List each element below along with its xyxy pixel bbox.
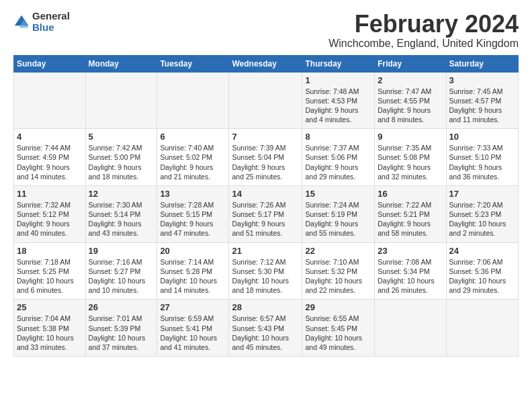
day-info: Sunrise: 7:22 AM Sunset: 5:21 PM Dayligh… bbox=[378, 201, 431, 238]
day-number: 2 bbox=[378, 75, 443, 85]
day-number: 1 bbox=[305, 75, 371, 85]
day-info: Sunrise: 6:55 AM Sunset: 5:45 PM Dayligh… bbox=[305, 314, 362, 351]
day-info: Sunrise: 7:01 AM Sunset: 5:39 PM Dayligh… bbox=[89, 314, 146, 351]
day-info: Sunrise: 7:28 AM Sunset: 5:15 PM Dayligh… bbox=[160, 201, 214, 238]
week-row-0: 1Sunrise: 7:48 AM Sunset: 4:53 PM Daylig… bbox=[14, 72, 519, 129]
calendar-body: 1Sunrise: 7:48 AM Sunset: 4:53 PM Daylig… bbox=[14, 72, 519, 356]
header-tuesday: Tuesday bbox=[157, 55, 229, 72]
calendar-cell bbox=[85, 72, 157, 129]
logo-icon bbox=[13, 14, 30, 30]
week-row-2: 11Sunrise: 7:32 AM Sunset: 5:12 PM Dayli… bbox=[14, 185, 519, 242]
calendar-cell: 24Sunrise: 7:06 AM Sunset: 5:36 PM Dayli… bbox=[446, 242, 518, 300]
calendar-cell bbox=[229, 72, 302, 129]
calendar-cell: 3Sunrise: 7:45 AM Sunset: 4:57 PM Daylig… bbox=[446, 72, 518, 129]
day-info: Sunrise: 7:40 AM Sunset: 5:02 PM Dayligh… bbox=[160, 144, 214, 181]
day-number: 26 bbox=[89, 302, 154, 312]
day-number: 24 bbox=[449, 246, 515, 256]
calendar-cell: 7Sunrise: 7:39 AM Sunset: 5:04 PM Daylig… bbox=[229, 129, 302, 186]
day-info: Sunrise: 7:42 AM Sunset: 5:00 PM Dayligh… bbox=[89, 144, 142, 181]
calendar-cell: 13Sunrise: 7:28 AM Sunset: 5:15 PM Dayli… bbox=[157, 185, 229, 242]
calendar-cell: 17Sunrise: 7:20 AM Sunset: 5:23 PM Dayli… bbox=[446, 185, 518, 242]
page-subtitle: Winchcombe, England, United Kingdom bbox=[328, 38, 519, 50]
day-info: Sunrise: 7:35 AM Sunset: 5:08 PM Dayligh… bbox=[378, 144, 431, 181]
header-sunday: Sunday bbox=[14, 55, 86, 72]
day-number: 7 bbox=[232, 132, 299, 142]
calendar-cell: 11Sunrise: 7:32 AM Sunset: 5:12 PM Dayli… bbox=[14, 185, 86, 242]
day-info: Sunrise: 7:20 AM Sunset: 5:23 PM Dayligh… bbox=[449, 201, 506, 238]
calendar-cell: 2Sunrise: 7:47 AM Sunset: 4:55 PM Daylig… bbox=[375, 72, 446, 129]
calendar-cell bbox=[14, 72, 86, 129]
day-number: 29 bbox=[305, 302, 371, 312]
day-info: Sunrise: 7:24 AM Sunset: 5:19 PM Dayligh… bbox=[305, 201, 359, 238]
day-number: 13 bbox=[160, 189, 226, 199]
day-number: 23 bbox=[378, 246, 443, 256]
day-info: Sunrise: 7:48 AM Sunset: 4:53 PM Dayligh… bbox=[305, 87, 359, 124]
week-row-3: 18Sunrise: 7:18 AM Sunset: 5:25 PM Dayli… bbox=[14, 242, 519, 300]
day-number: 3 bbox=[449, 75, 515, 85]
calendar-cell: 28Sunrise: 6:57 AM Sunset: 5:43 PM Dayli… bbox=[229, 300, 302, 357]
week-row-1: 4Sunrise: 7:44 AM Sunset: 4:59 PM Daylig… bbox=[14, 129, 519, 186]
day-number: 11 bbox=[17, 189, 83, 199]
day-info: Sunrise: 7:10 AM Sunset: 5:32 PM Dayligh… bbox=[305, 258, 362, 295]
calendar-header: SundayMondayTuesdayWednesdayThursdayFrid… bbox=[14, 55, 519, 72]
day-info: Sunrise: 7:08 AM Sunset: 5:34 PM Dayligh… bbox=[378, 258, 435, 295]
calendar-cell: 26Sunrise: 7:01 AM Sunset: 5:39 PM Dayli… bbox=[85, 300, 157, 357]
calendar-cell bbox=[446, 300, 518, 357]
calendar-cell: 25Sunrise: 7:04 AM Sunset: 5:38 PM Dayli… bbox=[14, 300, 86, 357]
calendar-cell: 20Sunrise: 7:14 AM Sunset: 5:28 PM Dayli… bbox=[157, 242, 229, 300]
day-number: 28 bbox=[232, 302, 299, 312]
day-number: 16 bbox=[378, 189, 443, 199]
header-monday: Monday bbox=[85, 55, 157, 72]
day-info: Sunrise: 7:44 AM Sunset: 4:59 PM Dayligh… bbox=[17, 144, 71, 181]
header-wednesday: Wednesday bbox=[229, 55, 302, 72]
calendar-cell bbox=[157, 72, 229, 129]
calendar-table: SundayMondayTuesdayWednesdayThursdayFrid… bbox=[13, 55, 519, 357]
day-info: Sunrise: 7:18 AM Sunset: 5:25 PM Dayligh… bbox=[17, 258, 74, 295]
calendar-cell: 27Sunrise: 6:59 AM Sunset: 5:41 PM Dayli… bbox=[157, 300, 229, 357]
day-info: Sunrise: 7:39 AM Sunset: 5:04 PM Dayligh… bbox=[232, 144, 285, 181]
day-number: 18 bbox=[17, 246, 83, 256]
day-info: Sunrise: 7:12 AM Sunset: 5:30 PM Dayligh… bbox=[232, 258, 289, 295]
calendar-cell bbox=[375, 300, 446, 357]
day-info: Sunrise: 7:04 AM Sunset: 5:38 PM Dayligh… bbox=[17, 314, 74, 351]
calendar-cell: 5Sunrise: 7:42 AM Sunset: 5:00 PM Daylig… bbox=[85, 129, 157, 186]
calendar-cell: 10Sunrise: 7:33 AM Sunset: 5:10 PM Dayli… bbox=[446, 129, 518, 186]
day-info: Sunrise: 7:45 AM Sunset: 4:57 PM Dayligh… bbox=[449, 87, 503, 124]
day-info: Sunrise: 7:30 AM Sunset: 5:14 PM Dayligh… bbox=[89, 201, 142, 238]
day-info: Sunrise: 7:16 AM Sunset: 5:27 PM Dayligh… bbox=[89, 258, 146, 295]
calendar-cell: 1Sunrise: 7:48 AM Sunset: 4:53 PM Daylig… bbox=[302, 72, 375, 129]
calendar-cell: 29Sunrise: 6:55 AM Sunset: 5:45 PM Dayli… bbox=[302, 300, 375, 357]
calendar-cell: 14Sunrise: 7:26 AM Sunset: 5:17 PM Dayli… bbox=[229, 185, 302, 242]
logo-general: General bbox=[32, 11, 70, 22]
calendar-cell: 9Sunrise: 7:35 AM Sunset: 5:08 PM Daylig… bbox=[375, 129, 446, 186]
calendar-cell: 12Sunrise: 7:30 AM Sunset: 5:14 PM Dayli… bbox=[85, 185, 157, 242]
day-info: Sunrise: 7:14 AM Sunset: 5:28 PM Dayligh… bbox=[160, 258, 217, 295]
calendar-cell: 4Sunrise: 7:44 AM Sunset: 4:59 PM Daylig… bbox=[14, 129, 86, 186]
day-number: 25 bbox=[17, 302, 83, 312]
day-info: Sunrise: 7:37 AM Sunset: 5:06 PM Dayligh… bbox=[305, 144, 359, 181]
week-row-4: 25Sunrise: 7:04 AM Sunset: 5:38 PM Dayli… bbox=[14, 300, 519, 357]
calendar-cell: 8Sunrise: 7:37 AM Sunset: 5:06 PM Daylig… bbox=[302, 129, 375, 186]
day-number: 14 bbox=[232, 189, 299, 199]
logo-text: General Blue bbox=[32, 11, 70, 33]
day-number: 19 bbox=[89, 246, 154, 256]
day-number: 4 bbox=[17, 132, 83, 142]
day-number: 10 bbox=[449, 132, 515, 142]
calendar-cell: 22Sunrise: 7:10 AM Sunset: 5:32 PM Dayli… bbox=[302, 242, 375, 300]
day-number: 5 bbox=[89, 132, 154, 142]
header-saturday: Saturday bbox=[446, 55, 518, 72]
header-row: SundayMondayTuesdayWednesdayThursdayFrid… bbox=[14, 55, 519, 72]
day-number: 20 bbox=[160, 246, 226, 256]
day-number: 9 bbox=[378, 132, 443, 142]
day-number: 15 bbox=[305, 189, 371, 199]
logo-blue: Blue bbox=[32, 22, 70, 34]
day-info: Sunrise: 7:47 AM Sunset: 4:55 PM Dayligh… bbox=[378, 87, 431, 124]
day-info: Sunrise: 7:06 AM Sunset: 5:36 PM Dayligh… bbox=[449, 258, 506, 295]
calendar-cell: 21Sunrise: 7:12 AM Sunset: 5:30 PM Dayli… bbox=[229, 242, 302, 300]
calendar-cell: 23Sunrise: 7:08 AM Sunset: 5:34 PM Dayli… bbox=[375, 242, 446, 300]
calendar-cell: 19Sunrise: 7:16 AM Sunset: 5:27 PM Dayli… bbox=[85, 242, 157, 300]
day-info: Sunrise: 6:59 AM Sunset: 5:41 PM Dayligh… bbox=[160, 314, 217, 351]
header-thursday: Thursday bbox=[302, 55, 375, 72]
day-number: 27 bbox=[160, 302, 226, 312]
page-header: General Blue February 2024 Winchcombe, E… bbox=[13, 11, 519, 50]
